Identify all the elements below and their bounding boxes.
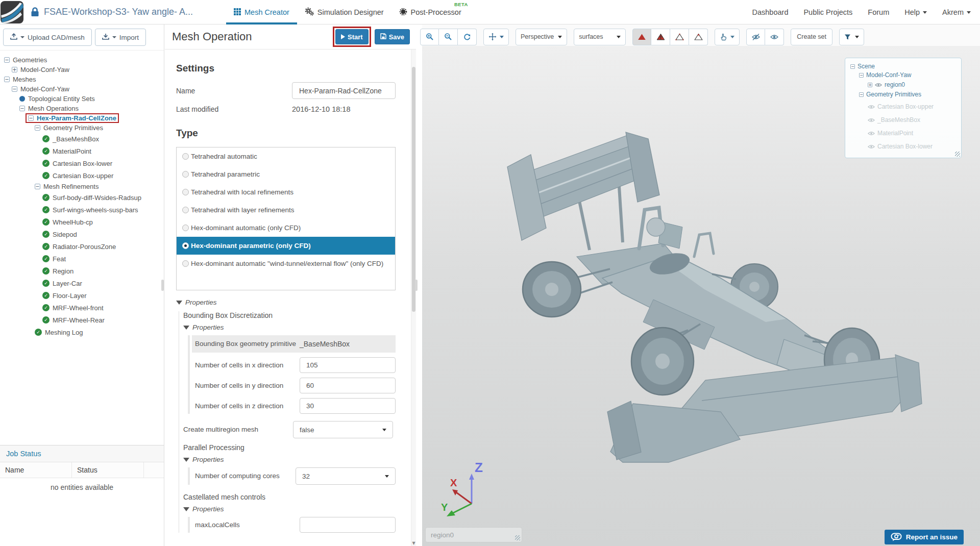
pick-tool-button[interactable]	[715, 29, 740, 45]
type-option-tetrahedral-with-layer-refinements[interactable]: Tetrahedral with layer refinements	[177, 201, 395, 219]
import-button[interactable]: Import	[95, 29, 146, 46]
region-list-chip[interactable]: region0	[425, 527, 522, 542]
scrollbar-thumb[interactable]	[412, 67, 415, 312]
scene-item-model-conf-yaw[interactable]: −Model-Conf-Yaw	[849, 71, 957, 79]
scene-collapse-icon[interactable]: −	[859, 92, 864, 97]
points-mode-button[interactable]	[689, 29, 708, 45]
type-option-tetrahedral-automatic[interactable]: Tetrahedral automatic	[177, 147, 395, 165]
zoom-out-button[interactable]	[439, 29, 458, 45]
radio-icon[interactable]	[182, 153, 189, 160]
app-logo[interactable]	[0, 0, 24, 24]
filter-select[interactable]	[839, 29, 864, 45]
radio-icon[interactable]	[182, 225, 189, 231]
type-option-hex-dominant-automatic-wind-tunnel-external-flow-only-cfd[interactable]: Hex-dominant automatic "wind-tunnel/exte…	[177, 255, 395, 272]
tree-expand-icon[interactable]: +	[12, 67, 17, 72]
scene-item-cartesian-box-upper[interactable]: Cartesian Box-upper	[849, 102, 957, 111]
panel-scrollbar[interactable]: ▼	[411, 49, 416, 546]
tree-item-materialpoint[interactable]: ✓MaterialPoint	[0, 145, 164, 157]
tree-collapse-icon[interactable]: −	[19, 106, 25, 111]
hide-selection-button[interactable]	[746, 29, 765, 45]
tree-collapse-icon[interactable]: −	[4, 77, 10, 82]
scene-item-cartesian-box-lower[interactable]: Cartesian Box-lower	[849, 142, 957, 151]
tree-item-surf-wings-wheels-susp-bars[interactable]: ✓Surf-wings-wheels-susp-bars	[0, 204, 164, 216]
radio-icon[interactable]	[182, 207, 189, 213]
tree-item-model-conf-yaw[interactable]: +Model-Conf-Yaw	[0, 65, 164, 75]
zoom-in-button[interactable]	[420, 29, 439, 45]
radio-icon[interactable]	[182, 242, 189, 249]
tree-item-mrf-wheel-front[interactable]: ✓MRF-Wheel-front	[0, 302, 164, 314]
nav-link-akrem[interactable]: Akrem	[942, 8, 971, 16]
scene-item-basemeshbox[interactable]: _BaseMeshBox	[849, 115, 957, 125]
tree-item-mesh-refinements[interactable]: −Mesh Refinements	[0, 182, 164, 191]
tree-item-meshes[interactable]: −Meshes	[0, 75, 164, 84]
panel-collapse-grip[interactable]	[415, 280, 418, 291]
nav-link-forum[interactable]: Forum	[868, 8, 889, 16]
type-option-tetrahedral-parametric[interactable]: Tetrahedral parametric	[177, 165, 395, 183]
bbox-properties-header[interactable]: Properties	[183, 324, 396, 331]
tree-item-geometries[interactable]: −Geometries	[0, 55, 164, 65]
tree-item-geometry-primitives[interactable]: −Geometry Primitives	[0, 123, 164, 133]
cores-select[interactable]: 32	[296, 467, 396, 485]
wireframe-mode-button[interactable]	[670, 29, 689, 45]
tree-item-layer-car[interactable]: ✓Layer-Car	[0, 277, 164, 289]
max-local-cells-input[interactable]	[300, 517, 396, 533]
type-option-tetrahedral-with-local-refinements[interactable]: Tetrahedral with local refinements	[177, 183, 395, 201]
tree-collapse-icon[interactable]: −	[35, 184, 40, 189]
render-mode-select[interactable]: surfaces	[574, 29, 626, 45]
surface-wireframe-mode-button[interactable]	[651, 29, 670, 45]
tree-item-sidepod[interactable]: ✓Sidepod	[0, 228, 164, 240]
tree-item-floor-layer[interactable]: ✓Floor-Layer	[0, 289, 164, 302]
properties-header[interactable]: Properties	[176, 299, 396, 306]
tree-item-cartesian-box-lower[interactable]: ✓Cartesian Box-lower	[0, 157, 164, 169]
name-input[interactable]	[292, 82, 396, 99]
visibility-eye-icon[interactable]	[868, 142, 875, 151]
type-option-hex-dominant-automatic-only-cfd[interactable]: Hex-dominant automatic (only CFD)	[177, 219, 395, 237]
radio-icon[interactable]	[182, 171, 189, 178]
multiregion-select[interactable]: false	[293, 421, 393, 438]
tab-simulation-designer[interactable]: Simulation Designer	[297, 0, 391, 24]
visibility-eye-icon[interactable]	[868, 102, 875, 111]
sidebar-collapse-grip[interactable]	[161, 280, 164, 291]
scene-collapse-icon[interactable]: −	[859, 73, 864, 78]
tree-item-topological-entity-sets[interactable]: Topological Entity Sets	[0, 94, 164, 104]
scene-item-scene[interactable]: −Scene	[849, 63, 957, 70]
report-issue-button[interactable]: Report an issue	[885, 530, 964, 544]
projection-select[interactable]: Perspective	[516, 29, 567, 45]
tree-item-meshing-log[interactable]: ✓Meshing Log	[0, 326, 164, 338]
region-chip-resize-handle[interactable]	[515, 535, 520, 540]
parallel-properties-header[interactable]: Properties	[183, 456, 396, 463]
visibility-eye-icon[interactable]	[868, 115, 875, 125]
nav-link-public-projects[interactable]: Public Projects	[803, 8, 852, 16]
tree-item-mesh-operations[interactable]: −Mesh Operations	[0, 104, 164, 113]
tree-collapse-icon[interactable]: −	[12, 86, 17, 92]
scene-item-region0[interactable]: +region0	[849, 80, 957, 89]
nav-link-dashboard[interactable]: Dashboard	[752, 8, 789, 16]
viewport-canvas[interactable]: −Scene−Model-Conf-Yaw+region0−Geometry P…	[422, 46, 980, 546]
nav-link-help[interactable]: Help	[904, 8, 927, 16]
start-button[interactable]: Start	[335, 29, 369, 44]
scene-item-geometry-primitives[interactable]: −Geometry Primitives	[849, 91, 957, 98]
tree-item-model-conf-yaw[interactable]: −Model-Conf-Yaw	[0, 84, 164, 94]
radio-icon[interactable]	[182, 260, 189, 267]
scrollbar-down-arrow[interactable]: ▼	[411, 541, 416, 545]
visibility-eye-icon[interactable]	[875, 80, 882, 89]
visibility-eye-icon[interactable]	[868, 129, 875, 138]
pan-move-button[interactable]	[483, 29, 509, 45]
tree-item-feat[interactable]: ✓Feat	[0, 253, 164, 265]
type-option-hex-dominant-parametric-only-cfd[interactable]: Hex-dominant parametric (only CFD)	[177, 237, 395, 255]
tab-post-processor[interactable]: Post-ProcessorBETA	[391, 0, 469, 24]
scene-expand-icon[interactable]: +	[868, 83, 872, 87]
radio-icon[interactable]	[182, 189, 189, 195]
tree-collapse-icon[interactable]: −	[28, 115, 34, 121]
tree-item-wheelhub-cp[interactable]: ✓WheelHub-cp	[0, 216, 164, 228]
tree-item-region[interactable]: ✓Region	[0, 265, 164, 277]
tree-item-radiator-porouszone[interactable]: ✓Radiator-PorousZone	[0, 240, 164, 253]
create-set-button[interactable]: Create set	[791, 29, 832, 45]
tree-item-basemeshbox[interactable]: ✓_BaseMeshBox	[0, 133, 164, 145]
castellated-properties-header[interactable]: Properties	[183, 505, 396, 513]
car-3d-model[interactable]	[500, 125, 929, 472]
tree-collapse-icon[interactable]: −	[4, 57, 10, 63]
tab-mesh-creator[interactable]: Mesh Creator	[226, 0, 297, 24]
cells-z-input[interactable]	[300, 398, 396, 414]
surface-mode-button[interactable]	[632, 29, 651, 45]
